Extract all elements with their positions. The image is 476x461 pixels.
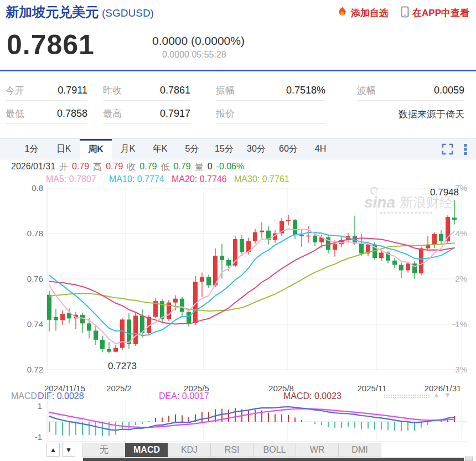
- header-links: 添加自选 在APP中查看: [337, 6, 469, 20]
- instrument-name: 新加坡元兑美元: [6, 4, 99, 19]
- svg-text:0.74: 0.74: [27, 319, 43, 329]
- more-options-icon[interactable]: [464, 143, 467, 158]
- add-watchlist-button[interactable]: 添加自选: [337, 6, 389, 20]
- page-title: 新加坡元兑美元(SGDUSD): [6, 3, 154, 21]
- indicator-bar: ▲ ▼ 无MACDKDJRSIBOLLWRDMI: [0, 443, 476, 458]
- bottom-scrollbar-end[interactable]: [465, 457, 473, 461]
- data-source-note: 数据来源于倚天: [357, 104, 464, 124]
- period-tab-6[interactable]: 15分: [208, 139, 240, 159]
- stat-amplitude: 振幅 0.7518%: [216, 81, 325, 101]
- svg-text:4%: 4%: [455, 229, 467, 238]
- indicator-tab-5[interactable]: WR: [296, 443, 339, 457]
- stat-quote: 报价: [216, 104, 325, 124]
- ma10-value: MA10: 0.7774: [109, 174, 164, 184]
- candlestick-chart[interactable]: 0.80.780.760.740.727%4%2%-1%-3%sina新浪财经0…: [0, 184, 476, 379]
- period-tab-0[interactable]: 1分: [15, 139, 48, 159]
- view-in-app-button[interactable]: 在APP中查看: [401, 6, 469, 20]
- volume-value: 0: [208, 162, 213, 173]
- panel-collapse-up-icon[interactable]: ▲: [433, 391, 440, 399]
- price-change-sub: 0.0000 05:55:28: [162, 50, 226, 60]
- panel-collapse-down-icon[interactable]: ▼: [444, 391, 451, 399]
- stat-open-value: 0.7911: [58, 85, 87, 96]
- period-tab-2[interactable]: 周K: [80, 139, 112, 159]
- stat-prev-close: 昨收 0.7861: [103, 81, 190, 101]
- stat-low-value: 0.7858: [57, 108, 87, 120]
- indicator-scroll-down-button[interactable]: ▼: [62, 443, 75, 457]
- header-divider: [0, 70, 476, 71]
- svg-text:2%: 2%: [455, 274, 467, 283]
- close-value: 0.79: [139, 162, 157, 173]
- indicator-tabs: 无MACDKDJRSIBOLLWRDMI: [83, 443, 381, 457]
- sgdusd-quote-page: 新加坡元兑美元(SGDUSD) 添加自选 在APP中查看 0.7861 0.00: [0, 0, 476, 461]
- stat-high-label: 最高: [103, 107, 122, 120]
- indicator-tab-1[interactable]: MACD: [125, 443, 168, 457]
- period-tab-5[interactable]: 5分: [176, 139, 208, 159]
- svg-text:0.76: 0.76: [27, 274, 43, 283]
- flame-icon: [337, 6, 348, 20]
- stat-amplitude-value: 0.7518%: [286, 85, 325, 96]
- period-tab-3[interactable]: 月K: [112, 139, 144, 159]
- ma-values-line: MA5: 0.7807 MA10: 0.7774 MA20: 0.7746 MA…: [0, 174, 476, 184]
- close-label: 收: [127, 162, 136, 173]
- svg-text:-1%: -1%: [452, 319, 467, 329]
- view-in-app-label: 在APP中查看: [412, 7, 469, 19]
- low-value: 0.79: [174, 162, 191, 173]
- chart-toolbar-icons: [441, 143, 467, 158]
- svg-text:-1: -1: [35, 432, 42, 442]
- macd-chart[interactable]: 1-1: [0, 400, 476, 443]
- stat-low-label: 最低: [6, 107, 24, 120]
- stat-prev-label: 昨收: [103, 84, 122, 97]
- indicator-tab-6[interactable]: DMI: [338, 443, 381, 457]
- period-tab-1[interactable]: 日K: [48, 139, 80, 159]
- data-source-text: 数据来源于倚天: [399, 108, 464, 121]
- panel-resize-handle[interactable]: [384, 394, 430, 399]
- candle-info-line: 2026/01/31 开 0.79 高 0.79 收 0.79 低 0.79 量…: [11, 162, 244, 173]
- current-price: 0.7861: [7, 29, 95, 61]
- stat-range: 波幅 0.0059: [357, 81, 464, 101]
- indicator-tab-3[interactable]: RSI: [210, 443, 253, 457]
- fullscreen-icon[interactable]: [441, 143, 454, 158]
- indicator-scroll-up-button[interactable]: ▲: [46, 443, 60, 457]
- stat-prev-value: 0.7861: [160, 85, 190, 96]
- indicator-tab-4[interactable]: BOLL: [253, 443, 296, 457]
- open-value: 0.79: [72, 162, 89, 173]
- ma5-value: MA5: 0.7807: [46, 174, 96, 184]
- volume-label: 量: [195, 162, 204, 173]
- ma20-value: MA20: 0.7746: [172, 174, 227, 184]
- price-change: 0.0000 (0.0000%): [152, 34, 245, 48]
- candle-date: 2026/01/31: [11, 162, 55, 173]
- stat-open: 今开 0.7911: [6, 81, 87, 101]
- stat-low: 最低 0.7858: [6, 104, 87, 124]
- ma30-value: MA30: 0.7761: [234, 174, 289, 184]
- svg-text:1: 1: [38, 401, 42, 411]
- svg-text:0.8: 0.8: [32, 184, 43, 193]
- svg-text:0.7273: 0.7273: [108, 361, 137, 371]
- low-label: 低: [161, 162, 170, 173]
- svg-text:sina: sina: [364, 194, 395, 211]
- bottom-scrollbar[interactable]: [83, 458, 464, 461]
- stat-high: 最高 0.7917: [103, 104, 190, 124]
- stat-range-value: 0.0059: [434, 85, 464, 96]
- high-label: 高: [93, 162, 102, 173]
- svg-text:0.72: 0.72: [27, 365, 43, 374]
- stat-quote-label: 报价: [216, 107, 235, 120]
- phone-icon: [401, 6, 409, 20]
- add-watchlist-label: 添加自选: [351, 7, 389, 19]
- stat-range-label: 波幅: [357, 84, 376, 97]
- period-tab-8[interactable]: 60分: [272, 139, 304, 159]
- period-tab-9[interactable]: 4H: [304, 139, 337, 159]
- indicator-tab-2[interactable]: KDJ: [168, 443, 211, 457]
- period-tab-4[interactable]: 年K: [144, 139, 176, 159]
- change-percent: -0.06%: [216, 162, 245, 173]
- period-tabbar: 1分日K周K月K年K5分15分30分60分4H: [0, 138, 476, 159]
- stat-amplitude-label: 振幅: [216, 84, 235, 97]
- stat-open-label: 今开: [6, 84, 24, 97]
- open-label: 开: [59, 162, 68, 173]
- high-value: 0.79: [106, 162, 123, 173]
- instrument-symbol: (SGDUSD): [102, 7, 154, 19]
- indicator-tab-0[interactable]: 无: [82, 443, 126, 457]
- svg-text:-3%: -3%: [452, 365, 467, 374]
- stat-high-value: 0.7917: [160, 108, 190, 120]
- period-tab-7[interactable]: 30分: [240, 139, 272, 159]
- svg-text:0.78: 0.78: [27, 229, 43, 238]
